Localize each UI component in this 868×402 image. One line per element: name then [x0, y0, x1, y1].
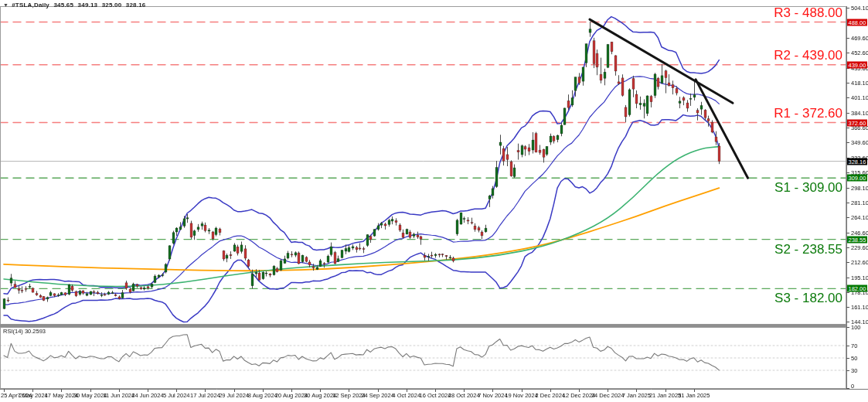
rsi-pane[interactable] — [0, 327, 846, 389]
time-axis[interactable] — [0, 389, 846, 402]
price-axis[interactable] — [846, 6, 868, 389]
main-chart-pane[interactable] — [0, 6, 846, 325]
mt4-chart-window: { "quote": {"dropdown_icon":"▼","symbol"… — [0, 0, 868, 402]
